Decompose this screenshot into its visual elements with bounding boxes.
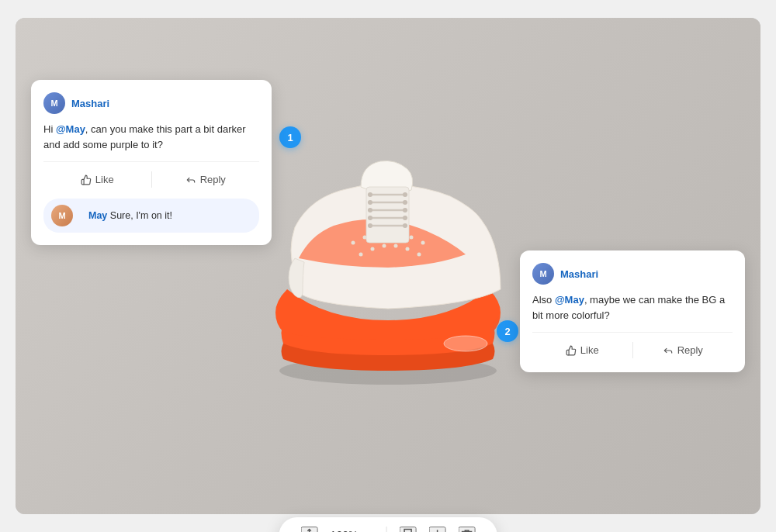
comment-card-2: M Mashari Also @May, maybe we can make t…: [520, 250, 745, 372]
avatar-mashari-2: M: [532, 263, 554, 285]
shoe-image: [233, 134, 543, 398]
avatar-mashari-1: M: [43, 92, 65, 114]
svg-point-7: [421, 241, 425, 245]
author-name-1: Mashari: [71, 98, 109, 109]
like-button-1[interactable]: Like: [43, 170, 151, 189]
mention-2: @May: [555, 294, 584, 306]
svg-point-23: [403, 200, 407, 205]
svg-point-25: [403, 208, 407, 212]
trash-icon: [459, 528, 473, 532]
toolbar: 100%: [279, 517, 497, 532]
svg-point-30: [444, 336, 487, 351]
svg-point-1: [352, 241, 355, 245]
comment-actions-2: Like Reply: [532, 332, 733, 360]
comment-text-1: Hi @May, can you make this part a bit da…: [43, 122, 259, 152]
reply-text-1: May Sure, I'm on it!: [88, 210, 172, 221]
download-icon: [430, 528, 444, 532]
print-icon: [400, 528, 414, 532]
avatar-may: M: [51, 205, 73, 226]
svg-point-10: [383, 244, 386, 248]
svg-point-9: [371, 247, 375, 251]
svg-point-24: [368, 208, 372, 212]
comment-header-2: M Mashari: [532, 263, 733, 285]
comment-actions-1: Like Reply: [43, 161, 259, 189]
comment-text-2: Also @May, maybe we can make the BG a bi…: [532, 292, 733, 323]
svg-point-8: [359, 253, 363, 257]
like-button-2[interactable]: Like: [532, 340, 632, 360]
svg-point-11: [394, 244, 398, 248]
annotation-marker-1[interactable]: 1: [279, 126, 301, 148]
svg-point-26: [368, 216, 372, 220]
print-button[interactable]: [399, 527, 416, 532]
svg-point-27: [403, 216, 407, 220]
reply-button-1[interactable]: Reply: [152, 170, 260, 189]
annotation-marker-2[interactable]: 2: [497, 320, 518, 342]
reply-row-1: M May Sure, I'm on it!: [43, 199, 259, 233]
comment-card-1: M Mashari Hi @May, can you make this par…: [31, 80, 272, 245]
delete-button[interactable]: [458, 527, 475, 532]
zoom-level: 100%: [331, 529, 359, 532]
reply-button-2[interactable]: Reply: [633, 340, 733, 360]
svg-point-6: [410, 236, 414, 240]
collapse-button[interactable]: [301, 527, 318, 532]
svg-point-28: [368, 223, 372, 228]
svg-point-20: [368, 192, 372, 197]
toolbar-divider: [386, 527, 386, 532]
svg-point-21: [403, 192, 407, 197]
svg-point-13: [417, 253, 421, 257]
download-button[interactable]: [428, 527, 445, 532]
canvas: 1 2 M Mashari Hi @May, can you make this…: [16, 18, 760, 514]
comment-header-1: M Mashari: [43, 92, 259, 114]
svg-point-29: [403, 223, 407, 228]
mention-1: @May: [56, 123, 85, 135]
svg-point-12: [406, 247, 410, 251]
zoom-control[interactable]: 100%: [331, 529, 374, 532]
svg-point-22: [368, 200, 372, 205]
author-name-2: Mashari: [560, 268, 598, 280]
